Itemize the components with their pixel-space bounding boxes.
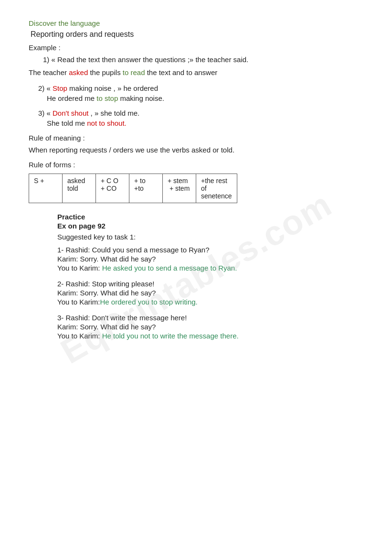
table-cell-2: askedtold [63,174,96,203]
example-3-number: 3) [38,109,44,117]
example-3-result: She told me not to shout. [47,119,363,127]
practice-block-3: 3- Rashid: Don't write the message here!… [57,314,363,340]
table-cell-3: + C O+ CO [96,174,129,203]
example-2-result: He ordered me to stop making noise. [47,94,363,102]
example-1-quote: 1) « Read the text then answer the quest… [43,55,363,64]
example-2-result-pre: He ordered me [47,94,96,102]
teacher-asked: asked [69,68,88,76]
practice-3-answer: He told you not to write the message the… [102,332,239,340]
practice-2-line-1: 2- Rashid: Stop writing please! [57,280,363,288]
teacher-post: the text and to answer [145,68,218,76]
rule-meaning-label: Rule of meaning : [29,134,363,142]
practice-1-line-3: You to Karim: He asked you to send a mes… [57,264,363,272]
practice-2-line-3: You to Karim:He ordered you to stop writ… [57,298,363,306]
teacher-read: to read [123,68,145,76]
table-cell-1: S + [29,174,63,203]
example-3-dont-shout: Don't shout [53,109,88,117]
rule-forms-label: Rule of forms : [29,161,363,169]
example-label: Example : [29,44,363,52]
example-2-result-end: making noise. [118,94,164,102]
practice-1-line-2: Karim: Sorry. What did he say? [57,255,363,263]
example-3-not-shout: not to shout. [87,119,127,127]
suggested-key: Suggested key to task 1: [57,233,363,241]
discover-language-title: Discover the language [29,19,363,27]
table-cell-5: + stem + stem [163,174,196,203]
table-row: S + askedtold + C O+ CO + to+to + stem +… [29,174,237,203]
rule-meaning-text: When reporting requests / orders we use … [29,146,363,154]
practice-2-line-2: Karim: Sorry. What did he say? [57,289,363,297]
practice-section: Practice Ex on page 92 Suggested key to … [57,213,363,340]
practice-2-answer: He ordered you to stop writing. [100,298,198,306]
example-2-quote: 2) « Stop making noise , » he ordered [38,84,363,92]
example-1-quote-text: « Read the text then answer the question… [52,55,249,64]
example-2-number: 2) [38,84,44,92]
practice-3-line-1: 3- Rashid: Don't write the message here! [57,314,363,322]
example-3-block: 3) « Don't shout , » she told me. She to… [38,109,363,127]
table-cell-6: +the restofsenetence [196,174,237,203]
practice-3-line-2: Karim: Sorry. What did he say? [57,323,363,331]
practice-block-2: 2- Rashid: Stop writing please! Karim: S… [57,280,363,306]
teacher-mid: the pupils [88,68,123,76]
example-3-quote-post: , » she told me. [88,109,139,117]
teacher-line: The teacher asked the pupils to read the… [29,68,363,76]
practice-1-line-1: 1- Rashid: Could you send a message to R… [57,246,363,254]
practice-3-line-3: You to Karim: He told you not to write t… [57,332,363,340]
practice-block-1: 1- Rashid: Could you send a message to R… [57,246,363,272]
example-2-quote-post: making noise , » he ordered [67,84,158,92]
example-2-tostop: to stop [96,94,118,102]
example-3-quote-pre: « [47,109,53,117]
example-1-number: 1) [43,55,49,64]
teacher-pre: The teacher [29,68,69,76]
reporting-title: Reporting orders and requests [29,30,363,39]
ex-title: Ex on page 92 [57,222,363,230]
example-2-quote-pre: « [47,84,53,92]
example-3-result-pre: She told me [47,119,87,127]
practice-1-answer: He asked you to send a message to Ryan. [102,264,237,272]
example-2-block: 2) « Stop making noise , » he ordered He… [38,84,363,102]
grammar-table: S + askedtold + C O+ CO + to+to + stem +… [29,174,237,203]
example-3-quote: 3) « Don't shout , » she told me. [38,109,363,117]
table-cell-4: + to+to [129,174,163,203]
practice-title: Practice [57,213,363,221]
example-2-stop: Stop [53,84,67,92]
